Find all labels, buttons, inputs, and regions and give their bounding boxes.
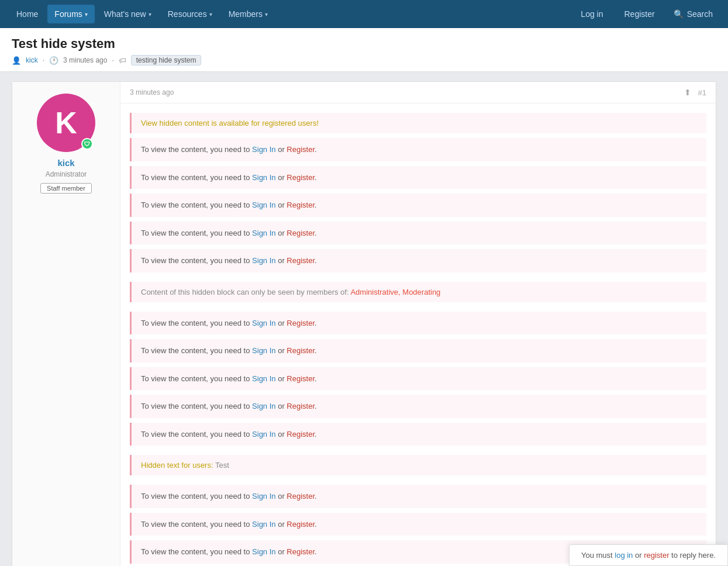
content-row-1-4: To view the content, you need to Sign In… — [130, 222, 706, 245]
content-row-2-2: To view the content, you need to Sign In… — [130, 339, 706, 363]
share-icon[interactable]: ⬆ — [684, 88, 691, 97]
signin-link-3-3[interactable]: Sign In — [252, 547, 275, 556]
register-link-1-5[interactable]: Register — [287, 256, 315, 265]
page-title-bar: Test hide system 👤 kick · 🕐 3 minutes ag… — [0, 28, 728, 72]
signin-link-3-2[interactable]: Sign In — [252, 520, 275, 529]
author-column: K 🛡 kick Administrator Staff member — [12, 82, 120, 566]
content-row-1-3: To view the content, you need to Sign In… — [130, 194, 706, 217]
online-badge: 🛡 — [81, 138, 93, 150]
post-body: View hidden content is available for reg… — [120, 103, 716, 566]
resources-chevron-icon: ▾ — [209, 11, 212, 18]
register-link-3-3[interactable]: Register — [287, 547, 315, 556]
nav-resources[interactable]: Resources ▾ — [161, 5, 219, 23]
content-row-1-2: To view the content, you need to Sign In… — [130, 166, 706, 189]
post-number: #1 — [698, 88, 706, 97]
signin-link-2-1[interactable]: Sign In — [252, 319, 275, 327]
registered-info-block: View hidden content is available for reg… — [130, 113, 706, 133]
register-link-2-2[interactable]: Register — [287, 346, 315, 355]
search-label: Search — [687, 9, 713, 19]
post-content-column: 3 minutes ago ⬆ #1 View hidden content i… — [120, 82, 716, 566]
post-header-right: ⬆ #1 — [684, 88, 706, 97]
search-button[interactable]: 🔍 Search — [668, 6, 719, 22]
hidden-text-label: Hidden text for users: — [141, 461, 213, 470]
author-badge: Staff member — [40, 183, 92, 194]
author-role: Administrator — [46, 170, 87, 178]
reply-bar: You must log in or register to reply her… — [569, 544, 728, 566]
members-chevron-icon: ▾ — [265, 11, 268, 18]
whats-new-chevron-icon: ▾ — [149, 11, 151, 18]
shield-icon: 🛡 — [84, 141, 90, 147]
register-link-1-3[interactable]: Register — [287, 201, 315, 209]
signin-link-3-1[interactable]: Sign In — [252, 492, 275, 501]
register-link-2-1[interactable]: Register — [287, 319, 315, 327]
top-navigation: Home Forums ▾ What's new ▾ Resources ▾ M… — [0, 0, 728, 28]
nav-home[interactable]: Home — [9, 5, 45, 23]
hidden-text-value: Test — [213, 461, 229, 470]
content-row-2-5: To view the content, you need to Sign In… — [130, 423, 706, 446]
signin-link-1-1[interactable]: Sign In — [252, 145, 275, 154]
reply-text-middle: or — [633, 551, 644, 560]
nav-whats-new-label: What's new — [104, 9, 146, 19]
thread-post: K 🛡 kick Administrator Staff member 3 mi… — [12, 81, 716, 566]
signin-link-2-2[interactable]: Sign In — [252, 346, 275, 355]
clock-icon: 🕐 — [49, 56, 58, 65]
user-icon: 👤 — [12, 56, 21, 65]
register-link-1-1[interactable]: Register — [287, 145, 315, 154]
page-title: Test hide system — [12, 36, 716, 51]
register-link-2-5[interactable]: Register — [287, 430, 315, 439]
register-link-3-1[interactable]: Register — [287, 492, 315, 501]
nav-right-actions: Log in Register 🔍 Search — [572, 6, 719, 22]
meta-author[interactable]: kick — [26, 56, 38, 64]
admin-block-msg: Content of this hidden block can only be… — [141, 288, 349, 296]
content-row-3-1: To view the content, you need to Sign In… — [130, 485, 706, 508]
register-link-1-2[interactable]: Register — [287, 173, 315, 182]
reply-register-link[interactable]: register — [644, 551, 669, 560]
content-row-2-1: To view the content, you need to Sign In… — [130, 312, 706, 335]
reply-text-after: to reply here. — [670, 551, 716, 560]
reply-text-before: You must — [581, 551, 615, 560]
registered-info-text: View hidden content is available for reg… — [141, 119, 319, 127]
meta-dot2: · — [112, 56, 113, 64]
tag-icon: 🏷 — [119, 56, 126, 65]
nav-resources-label: Resources — [168, 9, 207, 19]
forums-chevron-icon: ▾ — [85, 11, 88, 18]
signin-link-2-4[interactable]: Sign In — [252, 402, 275, 410]
post-time: 3 minutes ago — [130, 88, 174, 96]
signin-link-2-3[interactable]: Sign In — [252, 374, 275, 383]
register-link-2-4[interactable]: Register — [287, 402, 315, 410]
admin-block: Content of this hidden block can only be… — [130, 282, 706, 302]
nav-forums[interactable]: Forums ▾ — [47, 5, 94, 23]
register-button[interactable]: Register — [616, 6, 663, 22]
content-group-2: To view the content, you need to Sign In… — [130, 312, 706, 446]
hidden-text-block: Hidden text for users: Test — [130, 455, 706, 475]
meta-tag: testing hide system — [131, 55, 202, 65]
author-name[interactable]: kick — [57, 158, 74, 168]
content-row-2-3: To view the content, you need to Sign In… — [130, 367, 706, 391]
content-row-1-1: To view the content, you need to Sign In… — [130, 138, 706, 161]
register-link-3-2[interactable]: Register — [287, 520, 315, 529]
signin-link-1-4[interactable]: Sign In — [252, 229, 275, 237]
meta-time: 3 minutes ago — [63, 56, 107, 64]
avatar: K 🛡 — [37, 94, 95, 152]
nav-members[interactable]: Members ▾ — [222, 5, 275, 23]
signin-link-1-2[interactable]: Sign In — [252, 173, 275, 182]
content-group-1: To view the content, you need to Sign In… — [130, 138, 706, 272]
nav-members-label: Members — [229, 9, 263, 19]
meta-dot1: · — [43, 56, 44, 64]
login-button[interactable]: Log in — [572, 6, 611, 22]
post-meta: 👤 kick · 🕐 3 minutes ago · 🏷 testing hid… — [12, 55, 716, 65]
avatar-letter: K — [55, 105, 77, 140]
nav-forums-label: Forums — [54, 9, 82, 19]
signin-link-1-5[interactable]: Sign In — [252, 256, 275, 265]
signin-link-1-3[interactable]: Sign In — [252, 201, 275, 209]
reply-login-link[interactable]: log in — [615, 551, 633, 560]
content-row-2-4: To view the content, you need to Sign In… — [130, 395, 706, 418]
register-link-2-3[interactable]: Register — [287, 374, 315, 383]
content-row-1-5: To view the content, you need to Sign In… — [130, 249, 706, 272]
signin-link-2-5[interactable]: Sign In — [252, 430, 275, 439]
register-link-1-4[interactable]: Register — [287, 229, 315, 237]
admin-block-roles: Administrative, Moderating — [349, 288, 441, 296]
content-row-3-2: To view the content, you need to Sign In… — [130, 513, 706, 536]
post-header: 3 minutes ago ⬆ #1 — [120, 82, 716, 103]
nav-whats-new[interactable]: What's new ▾ — [97, 5, 158, 23]
